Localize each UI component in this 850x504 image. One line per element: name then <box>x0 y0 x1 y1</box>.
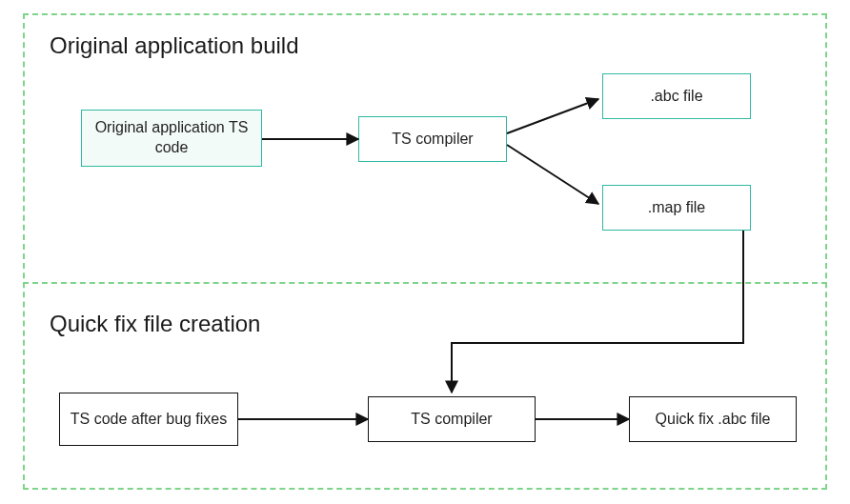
diagram-canvas: Original application build Quick fix fil… <box>0 0 850 504</box>
region-title-bottom: Quick fix file creation <box>50 311 260 337</box>
node-ts-compiler-top: TS compiler <box>358 116 507 162</box>
node-original-ts-code: Original application TS code <box>81 110 262 167</box>
node-ts-code-fixed: TS code after bug fixes <box>59 393 238 446</box>
node-quick-fix-abc: Quick fix .abc file <box>629 396 797 442</box>
region-title-top: Original application build <box>50 32 299 59</box>
node-map-file: .map file <box>602 185 751 231</box>
node-ts-compiler-bottom: TS compiler <box>368 396 536 442</box>
region-separator <box>23 282 827 284</box>
node-abc-file: .abc file <box>602 73 751 119</box>
